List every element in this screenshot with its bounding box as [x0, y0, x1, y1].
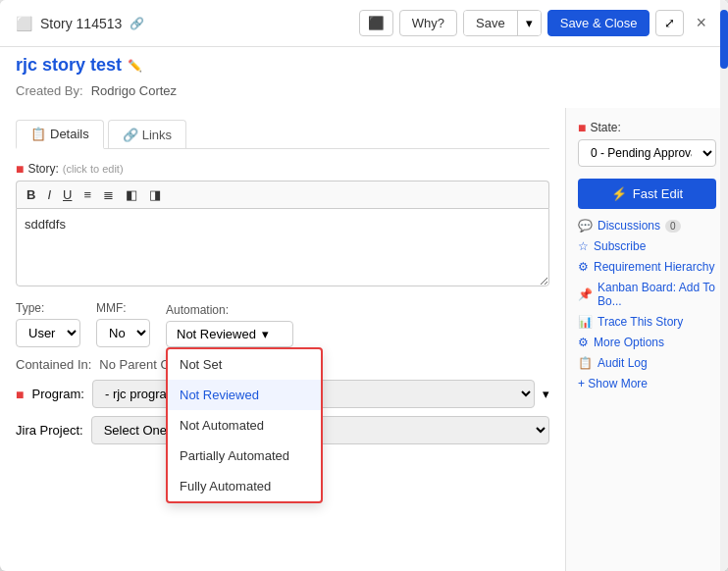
- automation-option-not-automated[interactable]: Not Automated: [168, 410, 321, 441]
- state-required-dot: ■: [578, 120, 586, 135]
- modal-content: 📋 Details 🔗 Links ■ Story: (click to edi…: [0, 108, 728, 571]
- tab-links[interactable]: 🔗 Links: [108, 120, 186, 148]
- automation-label: Automation:: [166, 303, 293, 317]
- kanban-icon: 📌: [578, 287, 593, 301]
- automation-option-not-set[interactable]: Not Set: [168, 349, 321, 380]
- ordered-list-button[interactable]: ≣: [99, 185, 118, 204]
- type-label: Type:: [16, 301, 80, 315]
- jira-label: Jira Project:: [16, 423, 83, 438]
- automation-option-partially[interactable]: Partially Automated: [168, 441, 321, 471]
- requirement-hierarchy-link[interactable]: ⚙ Requirement Hierarchy: [578, 260, 716, 274]
- automation-dropdown-wrapper: Not Reviewed ▾ Not Set Not Reviewed Not …: [166, 321, 293, 347]
- save-button[interactable]: Save: [464, 11, 517, 35]
- required-dot: ■: [16, 161, 24, 177]
- type-select[interactable]: User: [16, 319, 80, 347]
- state-select[interactable]: 0 - Pending Approval: [578, 139, 716, 167]
- audit-log-link[interactable]: 📋 Audit Log: [578, 356, 716, 370]
- program-dropdown-arrow: ▾: [543, 387, 549, 401]
- edit-pencil-icon[interactable]: ✏️: [128, 59, 142, 73]
- automation-dropdown-arrow: ▾: [262, 327, 269, 341]
- main-panel: 📋 Details 🔗 Links ■ Story: (click to edi…: [0, 108, 566, 571]
- automation-field-group: Automation: Not Reviewed ▾ Not Set Not R…: [166, 303, 293, 347]
- type-mmf-row: Type: User MMF: No Automation:: [16, 301, 549, 347]
- discussions-link[interactable]: 💬 Discussions 0: [578, 219, 716, 233]
- align-left-button[interactable]: ◧: [122, 185, 141, 204]
- tabs: 📋 Details 🔗 Links: [16, 120, 549, 149]
- right-panel: ■ State: 0 - Pending Approval ⚡ Fast Edi…: [566, 108, 728, 571]
- details-tab-icon: 📋: [30, 127, 46, 141]
- automation-dropdown-menu: Not Set Not Reviewed Not Automated Parti…: [166, 347, 323, 503]
- more-options-link[interactable]: ⚙ More Options: [578, 336, 716, 349]
- modal-header: ⬜ Story 114513 🔗 ⬛ Why? Save ▾ Save & Cl…: [0, 0, 728, 47]
- underline-button[interactable]: U: [59, 185, 76, 204]
- story-icon: ⬜: [16, 16, 32, 31]
- mmf-select[interactable]: No: [96, 319, 150, 347]
- contained-in-label: Contained In:: [16, 357, 91, 372]
- type-field-group: Type: User: [16, 301, 80, 347]
- save-split-button: Save ▾: [463, 10, 542, 36]
- story-name-row: rjc story test ✏️ Created By: Rodrigo Co…: [0, 47, 728, 108]
- story-name: rjc story test ✏️: [16, 55, 712, 76]
- unordered-list-button[interactable]: ≡: [79, 185, 95, 204]
- mmf-field-group: MMF: No: [96, 301, 150, 347]
- automation-option-fully[interactable]: Fully Automated: [168, 471, 321, 501]
- more-options-icon: ⚙: [578, 336, 589, 349]
- close-button[interactable]: ×: [690, 11, 712, 35]
- trace-icon: 📊: [578, 315, 593, 329]
- program-label: Program:: [31, 387, 83, 401]
- clone-button[interactable]: ⬛: [359, 10, 393, 36]
- automation-selected-value: Not Reviewed: [177, 327, 256, 341]
- right-panel-links: 💬 Discussions 0 ☆ Subscribe ⚙ Requiremen…: [578, 219, 716, 390]
- kanban-link[interactable]: 📌 Kanban Board: Add To Bo...: [578, 281, 716, 308]
- align-right-button[interactable]: ◨: [145, 185, 165, 204]
- story-textarea[interactable]: sddfdfs: [16, 208, 549, 286]
- story-modal: ⬜ Story 114513 🔗 ⬛ Why? Save ▾ Save & Cl…: [0, 0, 728, 571]
- editor-toolbar: B I U ≡ ≣ ◧ ◨: [16, 181, 549, 208]
- italic-button[interactable]: I: [43, 185, 55, 204]
- subscribe-link[interactable]: ☆ Subscribe: [578, 239, 716, 253]
- expand-button[interactable]: ⤢: [655, 10, 684, 36]
- mmf-label: MMF:: [96, 301, 150, 315]
- subscribe-icon: ☆: [578, 239, 589, 253]
- state-label: ■ State:: [578, 120, 716, 135]
- story-id: Story 114513: [40, 16, 122, 31]
- trace-story-link[interactable]: 📊 Trace This Story: [578, 315, 716, 329]
- link-icon: 🔗: [130, 17, 144, 30]
- bold-button[interactable]: B: [23, 185, 39, 204]
- automation-option-not-reviewed[interactable]: Not Reviewed: [168, 380, 321, 410]
- requirement-icon: ⚙: [578, 260, 589, 274]
- created-by-row: Created By: Rodrigo Cortez: [16, 83, 712, 98]
- story-field-label: ■ Story: (click to edit): [16, 161, 549, 177]
- story-title-row: ⬜ Story 114513 🔗: [16, 16, 144, 31]
- tab-details[interactable]: 📋 Details: [16, 120, 104, 149]
- fast-edit-icon: ⚡: [611, 186, 627, 201]
- save-close-button[interactable]: Save & Close: [547, 10, 650, 36]
- automation-dropdown-button[interactable]: Not Reviewed ▾: [166, 321, 293, 347]
- discussions-icon: 💬: [578, 219, 593, 233]
- audit-icon: 📋: [578, 356, 593, 370]
- save-dropdown-arrow[interactable]: ▾: [517, 11, 541, 35]
- links-tab-icon: 🔗: [123, 128, 138, 142]
- state-section: ■ State: 0 - Pending Approval: [578, 120, 716, 167]
- why-button[interactable]: Why?: [399, 10, 457, 36]
- discussions-badge: 0: [665, 220, 681, 233]
- scrollbar-track[interactable]: [720, 108, 728, 571]
- fast-edit-button[interactable]: ⚡ Fast Edit: [578, 179, 716, 209]
- program-required-dot: ■: [16, 387, 24, 402]
- show-more-link[interactable]: + Show More: [578, 377, 716, 390]
- header-actions: ⬛ Why? Save ▾ Save & Close ⤢ ×: [359, 10, 712, 36]
